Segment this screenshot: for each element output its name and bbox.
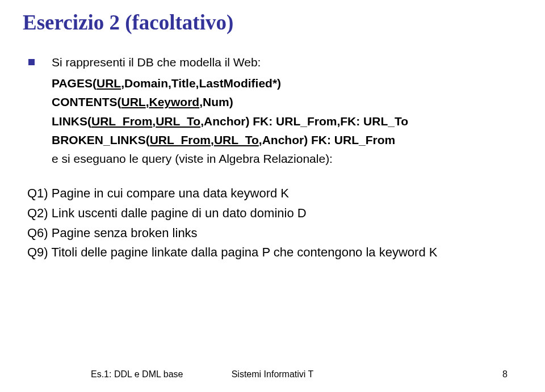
content-block: Si rappresenti il DB che modella il Web:… [23,53,522,263]
question-q1: Q1) Pagine in cui compare una data keywo… [27,184,522,204]
schema-line-2: CONTENTS(URL,Keyword,Num) [52,92,408,111]
question-q6: Q6) Pagine senza broken links [27,224,522,243]
schema-line-4: BROKEN_LINKS(URL_From,URL_To,Anchor) FK:… [52,130,408,149]
footer: Es.1: DDL e DML base Sistemi Informativi… [0,369,545,380]
footer-left: Es.1: DDL e DML base [91,369,183,380]
questions-block: Q1) Pagine in cui compare una data keywo… [27,184,522,263]
schema-line-1: PAGES(URL,Domain,Title,LastModified*) [52,74,408,92]
footer-page-number: 8 [502,369,508,380]
slide: Esercizio 2 (facoltativo) Si rappresenti… [0,0,545,392]
schema-block: PAGES(URL,Domain,Title,LastModified*) CO… [52,74,408,149]
schema-line-3: LINKS(URL_From,URL_To,Anchor) FK: URL_Fr… [52,112,408,130]
slide-title: Esercizio 2 (facoltativo) [23,10,522,35]
bullet-body: Si rappresenti il DB che modella il Web:… [52,53,408,168]
closing-text: e si eseguano le query (viste in Algebra… [52,149,408,168]
question-q2: Q2) Link uscenti dalle pagine di un dato… [27,204,522,224]
question-q9: Q9) Titoli delle pagine linkate dalla pa… [27,243,522,263]
intro-text: Si rappresenti il DB che modella il Web: [52,53,408,71]
bullet-icon [28,59,35,65]
footer-center: Sistemi Informativi T [232,369,314,380]
bulleted-block: Si rappresenti il DB che modella il Web:… [28,53,522,168]
